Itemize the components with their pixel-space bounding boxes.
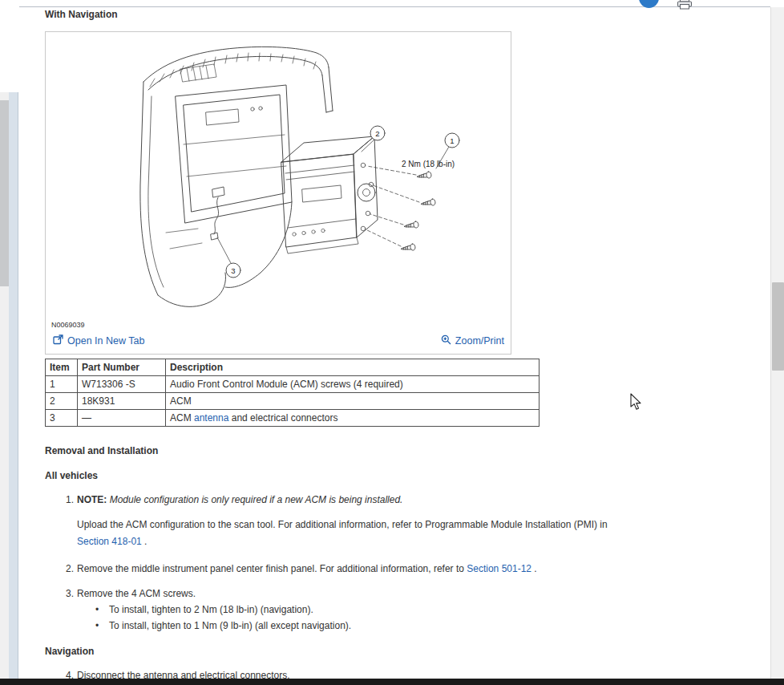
- table-row: 3 — ACM antenna and electrical connector…: [46, 410, 540, 427]
- parts-table: Item Part Number Description 1 W713306 -…: [45, 359, 540, 427]
- open-in-new-tab-link[interactable]: Open In New Tab: [53, 334, 144, 347]
- header-item: Item: [46, 359, 78, 376]
- step-1: 1. NOTE: Module configuration is only re…: [66, 494, 770, 506]
- section-501-12-link[interactable]: Section 501-12: [467, 563, 531, 574]
- list-item: • To install, tighten to 2 Nm (18 lb-in)…: [95, 604, 754, 616]
- callout-1: 1: [450, 136, 454, 145]
- section-navigation: Navigation: [45, 646, 770, 657]
- table-row: 1 W713306 -S Audio Front Control Module …: [46, 376, 540, 393]
- torque-label: 2 Nm (18 lb-in): [402, 160, 455, 168]
- left-panel-splitter[interactable]: [9, 92, 18, 679]
- section-all-vehicles: All vehicles: [45, 470, 770, 481]
- magnifier-plus-icon: [441, 334, 451, 347]
- antenna-link[interactable]: antenna: [194, 412, 228, 424]
- step-1-paragraph: Upload the ACM configuration to the scan…: [77, 517, 754, 550]
- left-scrollbar-track[interactable]: [0, 92, 9, 679]
- table-row: 2 18K931 ACM: [46, 393, 540, 410]
- open-in-new-tab-icon: [53, 334, 63, 347]
- cell-description: Audio Front Control Module (ACM) screws …: [166, 376, 540, 393]
- printer-icon[interactable]: [677, 0, 693, 12]
- figure-actions: Open In New Tab Zoom/Print: [46, 331, 511, 354]
- cell-part-number: —: [78, 410, 166, 427]
- cell-part-number: 18K931: [78, 393, 166, 410]
- app-window: With Navigation: [0, 0, 784, 685]
- header-part-number: Part Number: [78, 359, 166, 376]
- cell-part-number: W713306 -S: [78, 376, 166, 393]
- list-item: • To install, tighten to 1 Nm (9 lb-in) …: [95, 620, 754, 632]
- taskbar-edge: [0, 679, 784, 685]
- bullet-marker: •: [95, 604, 109, 616]
- mouse-cursor: [630, 393, 643, 413]
- procedure-steps: 1. NOTE: Module configuration is only re…: [66, 494, 770, 682]
- document-area: With Navigation: [19, 7, 770, 682]
- cell-item: 1: [46, 376, 78, 393]
- vertical-scrollbar-thumb[interactable]: [772, 282, 784, 371]
- bullet-marker: •: [95, 620, 109, 632]
- step-2: 2. Remove the middle instrument panel ce…: [66, 563, 770, 575]
- cell-item: 3: [46, 410, 78, 427]
- top-toolbar: [19, 0, 770, 7]
- left-scrollbar-thumb[interactable]: [0, 100, 9, 286]
- callout-2: 2: [375, 129, 379, 138]
- step-number: 3.: [66, 588, 77, 632]
- page-title: With Navigation: [45, 9, 770, 20]
- section-removal-and-installation: Removal and Installation: [45, 445, 770, 456]
- cell-description: ACM: [166, 393, 540, 410]
- table-header-row: Item Part Number Description: [46, 359, 540, 376]
- figure-id: N0069039: [46, 319, 511, 331]
- vertical-scrollbar-track[interactable]: [770, 7, 784, 679]
- help-icon[interactable]: [639, 0, 659, 8]
- figure-container: 1 2 3 2 Nm (18 lb-in) N0069039: [45, 31, 511, 355]
- figure-illustration: 1 2 3 2 Nm (18 lb-in): [46, 32, 509, 319]
- zoom-print-link[interactable]: Zoom/Print: [441, 334, 504, 347]
- step-3-bullets: • To install, tighten to 2 Nm (18 lb-in)…: [95, 604, 754, 632]
- zoom-print-label: Zoom/Print: [455, 335, 504, 347]
- section-418-01-link[interactable]: Section 418-01: [77, 536, 142, 547]
- open-in-new-tab-label: Open In New Tab: [67, 335, 144, 347]
- header-description: Description: [166, 359, 540, 376]
- note-label: NOTE:: [77, 494, 107, 505]
- callout-3: 3: [231, 266, 235, 275]
- step-number: 2.: [66, 563, 77, 575]
- step-number: 1.: [66, 494, 77, 506]
- cell-description: ACM antenna and electrical connectors: [166, 410, 540, 427]
- note-text: Module configuration is only required if…: [110, 494, 403, 505]
- cell-item: 2: [46, 393, 78, 410]
- step-3: 3. Remove the 4 ACM screws. • To install…: [66, 588, 770, 632]
